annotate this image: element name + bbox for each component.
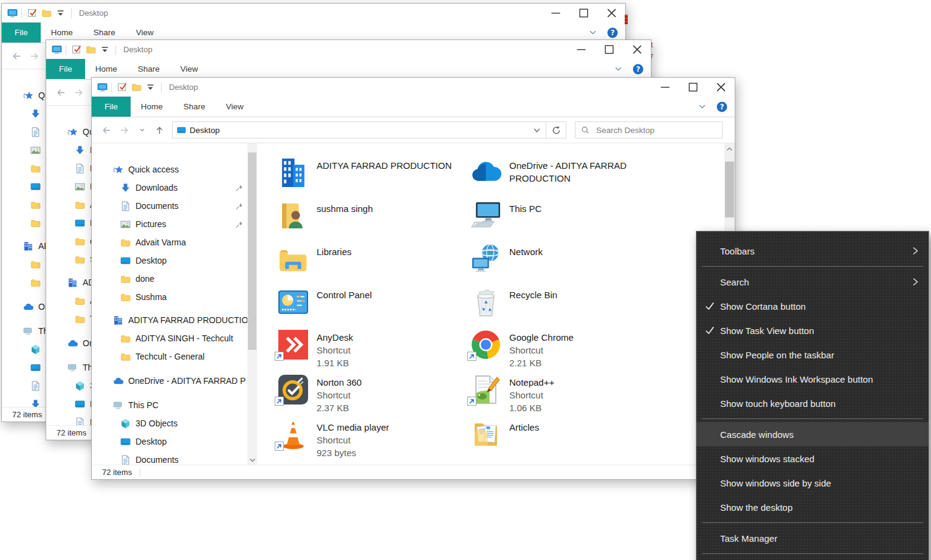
menu-item-show-cortana-button[interactable]: Show Cortana button bbox=[696, 294, 929, 318]
menu-item-show-windows-side-by-side[interactable]: Show windows side by side bbox=[696, 471, 929, 495]
file-icon-box bbox=[469, 243, 503, 277]
file-icon-box bbox=[276, 200, 310, 234]
menu-item-search[interactable]: Search bbox=[696, 270, 929, 294]
menu-item-show-windows-stacked[interactable]: Show windows stacked bbox=[696, 446, 929, 471]
file-item-partial[interactable] bbox=[469, 462, 503, 465]
search-input[interactable] bbox=[595, 125, 716, 135]
file-icon-box bbox=[276, 286, 310, 320]
file-type: Shortcut bbox=[509, 344, 574, 357]
tab-file[interactable]: File bbox=[46, 59, 85, 79]
minimize-button[interactable] bbox=[567, 40, 595, 59]
qat-properties-button[interactable] bbox=[115, 82, 129, 92]
file-icon-box bbox=[276, 243, 310, 277]
forward-button[interactable] bbox=[70, 88, 88, 97]
menu-item-label: Cascade windows bbox=[720, 429, 794, 440]
minimize-button[interactable] bbox=[541, 4, 569, 22]
file-label: Notepad++Shortcut1.06 KB bbox=[509, 374, 554, 414]
qat-customize-button[interactable] bbox=[53, 8, 67, 18]
menu-item-show-touch-keyboard-button[interactable]: Show touch keyboard button bbox=[696, 391, 929, 415]
back-button[interactable] bbox=[52, 88, 70, 97]
qat-new-folder-button[interactable] bbox=[40, 8, 53, 18]
this-pc-large-icon bbox=[470, 200, 502, 232]
file-name: Control Panel bbox=[317, 289, 372, 301]
file-icon-box bbox=[469, 374, 503, 408]
maximize-button[interactable] bbox=[569, 4, 597, 22]
forward-button[interactable] bbox=[26, 52, 43, 61]
minimize-button[interactable] bbox=[651, 78, 679, 97]
file-item-libraries[interactable]: Libraries bbox=[276, 243, 352, 277]
ribbon-expand-button[interactable] bbox=[587, 29, 599, 36]
menu-item-task-manager[interactable]: Task Manager bbox=[696, 526, 929, 550]
up-button[interactable] bbox=[151, 126, 168, 135]
menu-separator bbox=[702, 553, 923, 554]
checkbox-icon bbox=[72, 44, 82, 55]
menu-item-toolbars[interactable]: Toolbars bbox=[696, 239, 929, 263]
back-button[interactable] bbox=[8, 52, 26, 61]
tab-home[interactable]: Home bbox=[85, 59, 128, 79]
help-button[interactable]: ? bbox=[631, 64, 645, 75]
menu-item-show-people-on-the-taskbar[interactable]: Show People on the taskbar bbox=[696, 343, 929, 367]
close-button[interactable] bbox=[623, 40, 651, 59]
tab-file[interactable]: File bbox=[92, 97, 131, 117]
qat-customize-button[interactable] bbox=[143, 82, 157, 92]
file-item-vlc-media-player[interactable]: VLC media playerShortcut923 bytes bbox=[276, 418, 389, 459]
ribbon-chevron-icon bbox=[698, 103, 706, 111]
ribbon-tabs: FileHomeShareView? bbox=[46, 59, 651, 80]
title-bar: Desktop bbox=[2, 4, 625, 22]
close-button[interactable] bbox=[707, 78, 735, 97]
folder-mini-icon bbox=[86, 44, 96, 55]
tab-share[interactable]: Share bbox=[128, 59, 170, 79]
menu-item-show-task-view-button[interactable]: Show Task View button bbox=[696, 318, 929, 343]
file-item-network[interactable]: Network bbox=[469, 243, 543, 277]
file-item-aditya-farrad-production[interactable]: ADITYA FARRAD PRODUCTION bbox=[276, 157, 452, 191]
file-item-notepad[interactable]: Notepad++Shortcut1.06 KB bbox=[469, 374, 554, 414]
maximize-button[interactable] bbox=[679, 78, 707, 97]
ribbon-expand-button[interactable] bbox=[613, 65, 624, 73]
file-item-anydesk[interactable]: AnyDeskShortcut1.91 KB bbox=[276, 329, 353, 369]
ribbon-expand-button[interactable] bbox=[696, 103, 708, 111]
file-item-sushma-singh[interactable]: sushma singh bbox=[276, 200, 373, 234]
tab-home[interactable]: Home bbox=[131, 97, 173, 117]
file-item-this-pc[interactable]: This PC bbox=[469, 200, 541, 234]
menu-item-show-windows-ink-workspace-button[interactable]: Show Windows Ink Workspace button bbox=[696, 367, 929, 391]
address-bar[interactable]: Desktop bbox=[172, 121, 546, 138]
file-name: Network bbox=[509, 245, 543, 258]
items-count: 72 items bbox=[57, 428, 86, 437]
forward-button[interactable] bbox=[115, 126, 133, 135]
file-item-google-chrome[interactable]: Google ChromeShortcut2.21 KB bbox=[469, 329, 574, 369]
window-title: Desktop bbox=[169, 83, 198, 92]
scrollbar-thumb[interactable] bbox=[725, 162, 734, 217]
file-icon-box bbox=[469, 286, 503, 320]
recent-locations-button[interactable] bbox=[133, 127, 151, 133]
address-chevron-icon bbox=[532, 126, 541, 135]
back-button[interactable] bbox=[98, 126, 115, 135]
tab-share[interactable]: Share bbox=[173, 97, 216, 117]
tab-file[interactable]: File bbox=[2, 22, 41, 43]
maximize-button[interactable] bbox=[595, 40, 623, 59]
file-item-articles[interactable]: Articles bbox=[469, 418, 539, 452]
qat-customize-button[interactable] bbox=[98, 44, 112, 55]
onedrive-large-icon bbox=[470, 157, 502, 189]
help-button[interactable]: ? bbox=[605, 27, 620, 38]
menu-item-cascade-windows[interactable]: Cascade windows bbox=[696, 422, 929, 446]
tab-view[interactable]: View bbox=[216, 97, 254, 117]
refresh-button[interactable] bbox=[546, 121, 566, 138]
shortcut-overlay-icon bbox=[467, 352, 476, 361]
help-button[interactable]: ? bbox=[715, 101, 729, 112]
qat-new-folder-button[interactable] bbox=[129, 82, 143, 92]
qat-properties-button[interactable] bbox=[70, 44, 84, 55]
close-button[interactable] bbox=[597, 4, 625, 22]
help-icon: ? bbox=[633, 64, 644, 75]
file-item-norton-360[interactable]: Norton 360Shortcut2.37 KB bbox=[276, 374, 362, 414]
tab-view[interactable]: View bbox=[170, 59, 208, 79]
file-name: VLC media player bbox=[317, 421, 389, 434]
qat-new-folder-button[interactable] bbox=[84, 44, 98, 55]
explorer-app-icon bbox=[7, 8, 18, 18]
qat-properties-button[interactable] bbox=[26, 8, 40, 18]
file-item-recycle-bin[interactable]: Recycle Bin bbox=[469, 286, 557, 320]
menu-item-show-the-desktop[interactable]: Show the desktop bbox=[696, 495, 929, 519]
file-item-partial[interactable] bbox=[276, 462, 310, 465]
scroll-up-button[interactable] bbox=[724, 146, 735, 151]
file-item-onedrive-aditya-farrad-production[interactable]: OneDrive - ADITYA FARRAD PRODUCTION bbox=[469, 157, 649, 191]
file-item-control-panel[interactable]: Control Panel bbox=[276, 286, 372, 320]
